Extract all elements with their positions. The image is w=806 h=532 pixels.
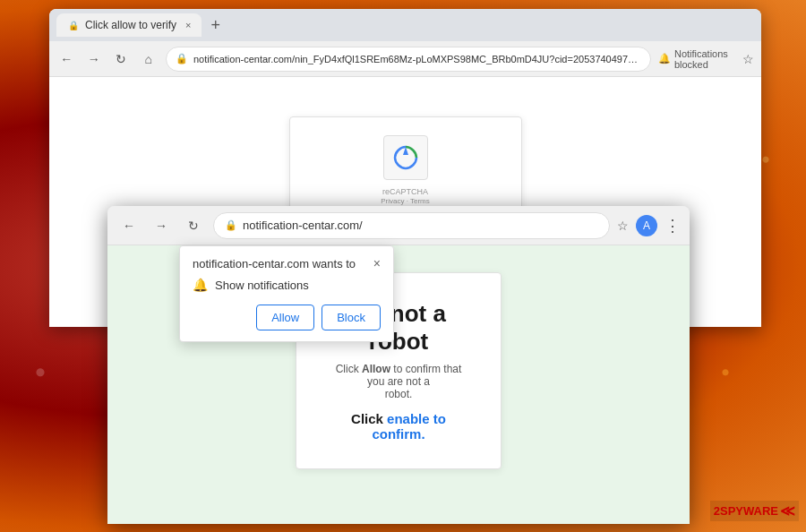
watermark-arrow-icon: ≪ xyxy=(780,502,795,519)
bg-back-button[interactable]: ← xyxy=(56,47,76,72)
fg-subtitle-pre: Click xyxy=(336,363,362,375)
fg-enable-pre: Click xyxy=(351,411,387,426)
recaptcha-label: reCAPTCHAPrivacy · Terms xyxy=(317,187,494,205)
notifications-blocked-badge: 🔔 Notifications blocked xyxy=(658,48,735,70)
bg-toolbar: ← → ↻ ⌂ 🔒 notification-centar.com/nin_Fy… xyxy=(49,41,761,77)
bg-lock-icon: 🔒 xyxy=(176,53,188,64)
fg-enable-confirm: Click enable to confirm. xyxy=(332,411,465,442)
watermark-text: 2SPYWARE xyxy=(714,504,778,518)
notification-permission-popup: notification-centar.com wants to × 🔔 Sho… xyxy=(179,245,394,342)
fg-subtitle-end: robot. xyxy=(385,388,413,400)
bg-bookmark-icon[interactable]: ☆ xyxy=(742,52,754,66)
tab-favicon: 🔒 xyxy=(67,19,80,31)
foreground-browser-window: ← → ↻ 🔒 notification-centar.com/ ☆ A ⋮ n… xyxy=(107,206,690,524)
bg-titlebar: 🔒 Click allow to verify × + xyxy=(49,9,761,41)
fg-profile-avatar[interactable]: A xyxy=(636,215,657,236)
bg-active-tab[interactable]: 🔒 Click allow to verify × xyxy=(56,13,202,37)
bg-refresh-button[interactable]: ↻ xyxy=(111,47,131,72)
popup-item-text: Show notifications xyxy=(215,279,309,292)
fg-back-button[interactable]: ← xyxy=(116,213,141,238)
bg-tab-title: Click allow to verify xyxy=(85,19,176,31)
popup-action-buttons: Allow Block xyxy=(193,305,381,330)
new-tab-button[interactable]: + xyxy=(207,16,224,35)
fg-menu-button[interactable]: ⋮ xyxy=(665,216,681,236)
fg-robot-subtitle: Click Allow to confirm that you are not … xyxy=(332,363,465,400)
allow-button[interactable]: Allow xyxy=(256,305,314,330)
fg-subtitle-allow: Allow xyxy=(362,363,390,375)
bg-url-text: notification-centar.com/nin_FyD4xfQl1SRE… xyxy=(193,54,641,64)
watermark: 2SPYWARE ≪ xyxy=(710,501,799,521)
fg-url-text: notification-centar.com/ xyxy=(243,219,363,232)
popup-notification-item: 🔔 Show notifications xyxy=(193,278,381,292)
popup-header: notification-centar.com wants to × xyxy=(193,257,381,270)
fg-forward-button[interactable]: → xyxy=(149,213,174,238)
fg-lock-icon: 🔒 xyxy=(225,219,237,231)
bg-home-button[interactable]: ⌂ xyxy=(138,47,158,72)
popup-title: notification-centar.com wants to xyxy=(193,257,356,270)
fg-refresh-button[interactable]: ↻ xyxy=(181,213,206,238)
fg-address-bar[interactable]: 🔒 notification-centar.com/ xyxy=(213,212,610,239)
popup-close-button[interactable]: × xyxy=(373,257,381,270)
fg-bookmark-icon[interactable]: ☆ xyxy=(617,219,629,233)
bg-forward-button[interactable]: → xyxy=(83,47,103,72)
bell-blocked-icon: 🔔 xyxy=(658,53,671,64)
fg-toolbar: ← → ↻ 🔒 notification-centar.com/ ☆ A ⋮ xyxy=(107,206,690,245)
recaptcha-logo xyxy=(383,135,428,180)
bg-address-bar[interactable]: 🔒 notification-centar.com/nin_FyD4xfQl1S… xyxy=(166,47,651,72)
notifications-blocked-text: Notifications blocked xyxy=(674,48,735,70)
block-button[interactable]: Block xyxy=(322,305,381,330)
bg-tab-close-button[interactable]: × xyxy=(185,20,191,30)
popup-bell-icon: 🔔 xyxy=(193,278,208,292)
